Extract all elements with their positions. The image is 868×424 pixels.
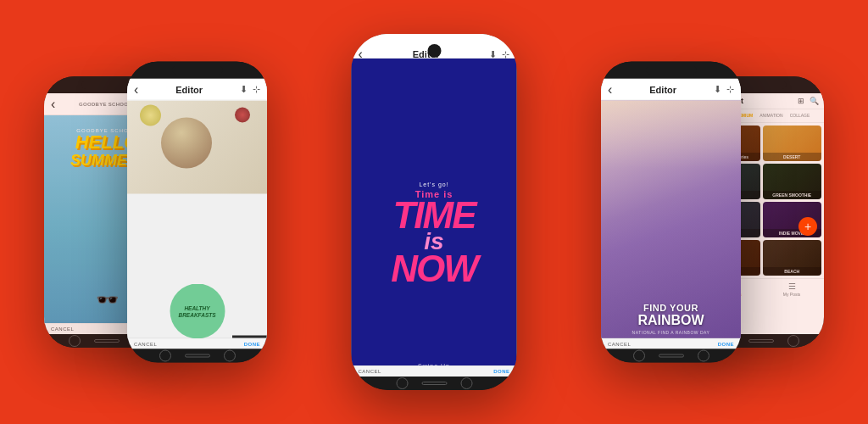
home-btn-center[interactable] (421, 382, 447, 385)
screen-right: ‹ Editor ⬇ ⊹ FIND YOUR RAINBOW NATIONAL … (601, 79, 741, 338)
add-template-button[interactable]: + (798, 217, 817, 236)
phones-container: ‹ GOODBYE SCHOOL ⬇ GOODBYE SCHOOL HELLO … (0, 0, 868, 424)
sunglasses-decoration: 🕶️ (96, 289, 119, 311)
home-recent-btn-left[interactable] (224, 350, 236, 362)
center-notch (427, 44, 441, 58)
home-back-btn-left[interactable] (159, 350, 171, 362)
screen-center: ‹ Editor ⬇ ⊹ Let's go! Time is TIME is N… (352, 34, 517, 365)
bowl-decoration (161, 118, 212, 169)
home-recent-btn-right[interactable] (698, 350, 709, 362)
template-label-8: BEACH (763, 267, 822, 276)
bottom-buttons-center: CANCEL DONE (352, 365, 517, 377)
national-find-text: NATIONAL FIND A RAINBOW DAY (608, 330, 734, 335)
rainbow-text-overlay: FIND YOUR RAINBOW NATIONAL FIND A RAINBO… (601, 303, 741, 335)
editor-title-left: Editor (175, 84, 203, 94)
home-bar-right (601, 349, 741, 363)
cancel-button-right[interactable]: CANCEL (608, 342, 631, 347)
healthy-title: healthyBREAKFASTS (178, 305, 215, 317)
now-text: NOW (391, 253, 477, 284)
notch-pill-right (646, 66, 697, 75)
phone-center: ‹ Editor ⬇ ⊹ Let's go! Time is TIME is N… (352, 34, 517, 390)
my-posts-icon: ☰ (788, 282, 796, 291)
collage-tab[interactable]: COLLAGE (788, 112, 812, 120)
time-text: TIME (391, 199, 477, 231)
berry-decoration (235, 108, 250, 123)
my-posts-label: My Posts (783, 292, 801, 297)
healthy-breakfast-screen: healthyBREAKFASTS 10 recipes to jump sta… (127, 101, 267, 338)
phone-notch-left (127, 62, 267, 79)
template-item-8[interactable]: BEACH (763, 240, 822, 276)
template-item-4[interactable]: GREEN SMOOTHIE (763, 164, 822, 199)
search-icon[interactable]: 🔍 (810, 97, 819, 105)
phone-right: ‹ Editor ⬇ ⊹ FIND YOUR RAINBOW NATIONAL … (601, 62, 741, 363)
swipe-up-text: Swipe Up (418, 363, 450, 365)
download-icon-right[interactable]: ⬇ (714, 84, 721, 95)
back-button-far-left[interactable]: ‹ (51, 97, 55, 112)
editor-actions-right: ⬇ ⊹ (714, 84, 734, 95)
back-button-right[interactable]: ‹ (608, 81, 612, 97)
spark-icons: ⊞ 🔍 (798, 97, 819, 105)
notch-pill-far-right (736, 81, 787, 89)
home-bar-left (127, 349, 267, 363)
notch-pill (81, 81, 132, 89)
cancel-button-center[interactable]: CANCEL (359, 369, 381, 374)
template-item-2[interactable]: DESERT (763, 126, 822, 161)
home-back-btn-right[interactable] (633, 350, 645, 362)
template-label-4: GREEN SMOOTHIE (763, 191, 822, 199)
healthy-badge: healthyBREAKFASTS (170, 284, 225, 338)
share-icon-left[interactable]: ⊹ (253, 84, 260, 95)
home-btn-left[interactable] (185, 354, 210, 358)
editor-title-far-left: GOODBYE SCHOOL (79, 102, 131, 107)
my-posts-tab[interactable]: ☰ My Posts (783, 282, 801, 297)
time-now-group: Time is TIME is NOW (391, 191, 477, 284)
editor-actions-left: ⬇ ⊹ (240, 84, 260, 95)
grid-icon[interactable]: ⊞ (798, 97, 804, 105)
food-image (127, 101, 267, 194)
home-btn-right[interactable] (659, 354, 684, 358)
phone-notch-right (601, 62, 741, 79)
time-now-screen: Let's go! Time is TIME is NOW Swipe Up (352, 59, 517, 365)
cancel-button-far-left[interactable]: CANCEL (51, 326, 74, 332)
screen-left: ‹ Editor ⬇ ⊹ healthyBREAKFASTS (127, 79, 267, 338)
home-bar-center (352, 377, 517, 390)
rainbow-screen: FIND YOUR RAINBOW NATIONAL FIND A RAINBO… (601, 101, 741, 338)
phone-left: ‹ Editor ⬇ ⊹ healthyBREAKFASTS (127, 62, 267, 363)
find-your-text: FIND YOUR (608, 303, 734, 313)
recipes-box: 10 recipes to jump start your morning (232, 336, 267, 338)
rainbow-text: RAINBOW (608, 313, 734, 328)
download-icon-left[interactable]: ⬇ (240, 84, 248, 95)
home-back-btn[interactable] (69, 335, 81, 347)
home-back-btn-center[interactable] (396, 377, 408, 389)
template-label-2: DESERT (763, 153, 822, 161)
done-button-center[interactable]: DONE (493, 369, 509, 374)
home-btn-far-right[interactable] (748, 339, 774, 343)
notch-pill-left (172, 66, 223, 75)
done-button-left[interactable]: DONE (244, 342, 260, 347)
editor-header-right: ‹ Editor ⬇ ⊹ (601, 79, 741, 101)
home-btn[interactable] (94, 339, 120, 343)
bottom-buttons-right: CANCEL DONE (601, 338, 741, 349)
editor-title-right: Editor (649, 84, 676, 94)
bottom-buttons-left: CANCEL DONE (127, 338, 267, 349)
back-button-left[interactable]: ‹ (134, 81, 138, 97)
lets-go-text: Let's go! (419, 181, 448, 187)
editor-header-left: ‹ Editor ⬇ ⊹ (127, 79, 267, 101)
done-button-right[interactable]: DONE (718, 342, 734, 347)
home-recent-btn-center[interactable] (460, 377, 472, 389)
animation-tab[interactable]: ANIMATION (758, 112, 784, 120)
cancel-button-left[interactable]: CANCEL (134, 342, 157, 347)
lemon-decoration (140, 105, 161, 126)
share-icon-right[interactable]: ⊹ (726, 84, 734, 95)
home-recent-btn-far-right[interactable] (787, 335, 799, 347)
